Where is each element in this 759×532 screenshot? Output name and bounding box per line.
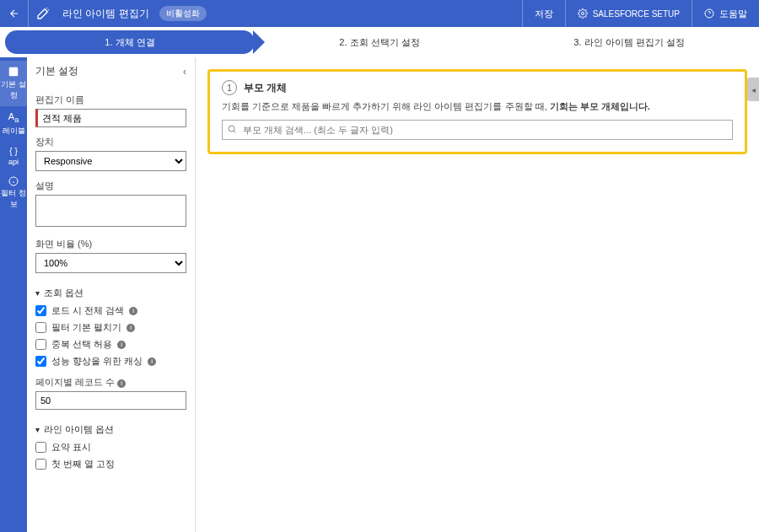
svg-point-0 bbox=[581, 13, 584, 15]
editor-name-input[interactable] bbox=[35, 109, 186, 127]
sidebar-title: 기본 설정 bbox=[35, 64, 78, 78]
device-select[interactable]: Responsive bbox=[35, 151, 186, 171]
chevron-down-icon: ▾ bbox=[35, 288, 40, 298]
main-content: 1 부모 개체 기회를 기준으로 제품을 빠르게 추가하기 위해 라인 아이템 … bbox=[196, 57, 759, 532]
rail-api[interactable]: { } api bbox=[0, 142, 27, 171]
rail-labels[interactable]: Aa 레이블 bbox=[0, 106, 27, 142]
opt-load-search: 로드 시 전체 검색 i bbox=[35, 304, 186, 317]
info-icon[interactable]: i bbox=[148, 357, 156, 366]
opt-caching-checkbox[interactable] bbox=[35, 356, 46, 367]
topbar-right: 저장 SALESFORCE SETUP 도움말 bbox=[522, 0, 759, 27]
opt-summary-checkbox[interactable] bbox=[35, 442, 46, 453]
step-number-badge: 1 bbox=[222, 80, 237, 95]
sidebar-header: 기본 설정 ‹ bbox=[35, 64, 186, 85]
gear-icon bbox=[578, 8, 588, 19]
body: 기본 설정 Aa 레이블 { } api 필터 정보 기본 설정 ‹ 편집기 이… bbox=[0, 57, 759, 532]
help-button[interactable]: 도움말 bbox=[692, 0, 759, 27]
left-rail: 기본 설정 Aa 레이블 { } api 필터 정보 bbox=[0, 57, 27, 532]
parent-object-search bbox=[222, 120, 733, 140]
info-icon[interactable]: i bbox=[129, 307, 137, 315]
opt-filter-expand-checkbox[interactable] bbox=[35, 322, 46, 333]
line-item-options-header[interactable]: ▾ 라인 아이템 옵션 bbox=[35, 423, 186, 436]
svg-rect-2 bbox=[9, 67, 19, 77]
chevron-down-icon: ▾ bbox=[35, 425, 40, 434]
back-button[interactable] bbox=[0, 0, 29, 27]
opt-first-col-checkbox[interactable] bbox=[35, 459, 46, 470]
svg-line-7 bbox=[234, 131, 235, 132]
editor-name-label: 편집기 이름 bbox=[35, 94, 186, 106]
code-icon: { } bbox=[0, 147, 27, 156]
info-icon[interactable]: i bbox=[117, 341, 126, 349]
help-icon bbox=[704, 8, 714, 19]
records-input[interactable] bbox=[35, 391, 186, 410]
save-button[interactable]: 저장 bbox=[522, 0, 565, 27]
text-icon: Aa bbox=[0, 111, 27, 124]
lookup-options-header[interactable]: ▾ 조회 옵션 bbox=[35, 287, 186, 299]
opt-load-search-checkbox[interactable] bbox=[35, 305, 46, 316]
top-bar: 라인 아이템 편집기 비활성화 저장 SALESFORCE SETUP 도움말 bbox=[0, 0, 759, 27]
step-3[interactable]: 3. 라인 아이템 편집기 설정 bbox=[504, 30, 754, 54]
collapse-sidebar-button[interactable]: ‹ bbox=[183, 66, 186, 78]
status-badge: 비활성화 bbox=[159, 6, 207, 21]
rail-basic-settings[interactable]: 기본 설정 bbox=[0, 61, 27, 106]
description-label: 설명 bbox=[35, 180, 186, 192]
wand-icon bbox=[29, 7, 57, 20]
info-icon[interactable]: i bbox=[126, 324, 135, 332]
wizard-stepper: 1. 개체 연결 2. 조회 선택기 설정 3. 라인 아이템 편집기 설정 bbox=[5, 30, 754, 54]
info-icon bbox=[8, 176, 19, 186]
card-header: 1 부모 개체 bbox=[222, 80, 733, 95]
description-textarea[interactable] bbox=[35, 195, 186, 227]
info-icon[interactable]: i bbox=[117, 379, 126, 388]
step-2[interactable]: 2. 조회 선택기 설정 bbox=[255, 30, 504, 54]
opt-filter-expand: 필터 기본 펼치기 i bbox=[35, 321, 186, 334]
parent-object-search-input[interactable] bbox=[222, 120, 733, 140]
parent-object-card: 1 부모 개체 기회를 기준으로 제품을 빠르게 추가하기 위해 라인 아이템 … bbox=[207, 69, 747, 154]
setup-button[interactable]: SALESFORCE SETUP bbox=[565, 0, 692, 27]
rail-filter-info[interactable]: 필터 정보 bbox=[0, 171, 27, 215]
sidebar-panel: 기본 설정 ‹ 편집기 이름 장치 Responsive 설명 화면 비율 (%… bbox=[27, 57, 196, 532]
records-label: 페이지별 레코드 수 i bbox=[35, 376, 186, 389]
search-icon bbox=[227, 124, 237, 136]
opt-multi-select: 중복 선택 허용 i bbox=[35, 338, 186, 351]
card-description: 기회를 기준으로 제품을 빠르게 추가하기 위해 라인 아이템 편집기를 주원할… bbox=[222, 100, 733, 113]
card-title: 부모 개체 bbox=[244, 81, 287, 95]
ratio-select[interactable]: 100% bbox=[35, 253, 186, 273]
ratio-label: 화면 비율 (%) bbox=[35, 238, 186, 250]
opt-caching: 성능 향상을 위한 캐싱 i bbox=[35, 355, 186, 368]
device-label: 장치 bbox=[35, 136, 186, 148]
app-title: 라인 아이템 편집기 bbox=[57, 7, 154, 21]
topbar-left: 라인 아이템 편집기 비활성화 bbox=[0, 0, 522, 27]
right-drawer-tab[interactable]: ◂ bbox=[747, 78, 759, 101]
opt-multi-select-checkbox[interactable] bbox=[35, 339, 46, 350]
arrow-left-icon bbox=[8, 8, 20, 19]
opt-summary: 요약 표시 bbox=[35, 441, 186, 454]
settings-icon bbox=[8, 66, 19, 78]
opt-first-col: 첫 번째 열 고정 bbox=[35, 458, 186, 470]
svg-point-6 bbox=[229, 126, 234, 132]
step-1[interactable]: 1. 개체 연결 bbox=[5, 30, 255, 54]
